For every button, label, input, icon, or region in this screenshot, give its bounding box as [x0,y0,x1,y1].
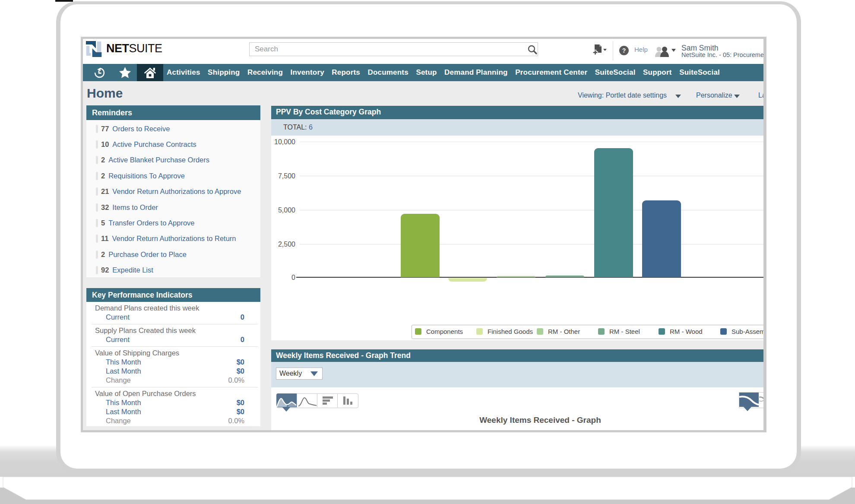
svg-text:?: ? [622,47,626,54]
